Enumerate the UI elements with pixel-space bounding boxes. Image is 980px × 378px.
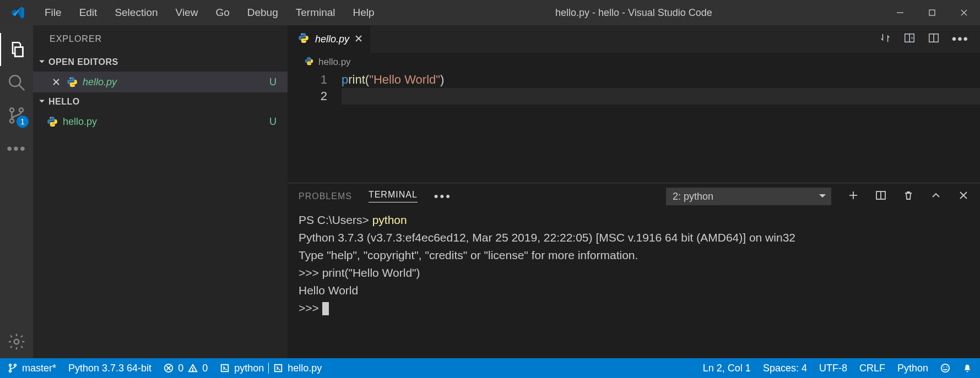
status-bell-icon[interactable] <box>962 363 972 373</box>
menu-terminal[interactable]: Terminal <box>287 0 344 25</box>
status-run[interactable]: python hello.py <box>220 363 322 374</box>
menu-selection[interactable]: Selection <box>106 0 166 25</box>
status-indent[interactable]: Spaces: 4 <box>763 363 807 374</box>
settings-gear-icon[interactable] <box>0 325 33 358</box>
svg-point-17 <box>305 41 306 42</box>
svg-point-32 <box>9 370 12 372</box>
bottom-panel: PROBLEMS TERMINAL ••• 2: python PS C:\Us… <box>288 182 980 358</box>
status-encoding[interactable]: UTF-8 <box>819 363 847 374</box>
folder-section: HELLO hello.py U <box>33 92 288 132</box>
breadcrumb[interactable]: hello.py <box>288 53 980 72</box>
status-problems[interactable]: 0 0 <box>164 363 208 374</box>
split-terminal-icon[interactable] <box>875 190 886 203</box>
tab-filename: hello.py <box>315 34 349 45</box>
status-branch[interactable]: master* <box>8 363 56 374</box>
svg-point-16 <box>301 34 302 35</box>
vscode-logo-icon <box>0 6 36 20</box>
svg-point-12 <box>70 78 71 79</box>
status-cursor[interactable]: Ln 2, Col 1 <box>703 363 751 374</box>
git-status-badge: U <box>269 116 277 128</box>
open-changes-icon[interactable] <box>903 32 916 46</box>
menu-view[interactable]: View <box>167 0 207 25</box>
new-terminal-icon[interactable] <box>848 190 859 203</box>
panel-tab-terminal[interactable]: TERMINAL <box>369 190 418 202</box>
open-editor-filename: hello.py <box>83 76 269 88</box>
svg-point-13 <box>74 85 75 86</box>
menu-file[interactable]: File <box>36 0 71 25</box>
python-file-icon <box>297 32 310 47</box>
menu-bar: File Edit Selection View Go Debug Termin… <box>36 0 383 25</box>
svg-point-7 <box>10 119 14 123</box>
split-editor-icon[interactable] <box>928 32 940 46</box>
code-content[interactable]: print("Hello World") <box>342 72 980 182</box>
activity-bar: 1 ••• <box>0 25 33 358</box>
status-language[interactable]: Python <box>897 363 928 374</box>
explorer-icon[interactable] <box>0 33 33 66</box>
chevron-down-icon <box>39 57 45 67</box>
status-feedback-icon[interactable] <box>940 363 950 373</box>
status-eol[interactable]: CRLF <box>859 363 885 374</box>
title-bar: File Edit Selection View Go Debug Termin… <box>0 0 980 25</box>
maximize-button[interactable] <box>916 0 948 25</box>
svg-point-38 <box>192 370 193 371</box>
folder-header[interactable]: HELLO <box>33 92 288 111</box>
menu-go[interactable]: Go <box>207 0 238 25</box>
folder-label: HELLO <box>48 97 80 107</box>
svg-rect-1 <box>929 10 935 15</box>
source-control-icon[interactable]: 1 <box>0 99 33 132</box>
terminal-select[interactable]: 2: python <box>666 188 831 205</box>
open-editors-section: OPEN EDITORS hello.py U <box>33 53 288 92</box>
editor-actions: ••• <box>879 25 980 53</box>
svg-point-9 <box>14 339 19 344</box>
svg-point-31 <box>9 364 12 366</box>
code-editor[interactable]: 1 2 print("Hello World") <box>288 72 980 182</box>
git-status-badge: U <box>269 76 277 88</box>
svg-point-42 <box>943 366 944 368</box>
open-editors-header[interactable]: OPEN EDITORS <box>33 53 288 72</box>
status-bar: master* Python 3.7.3 64-bit 0 0 python h… <box>0 358 980 378</box>
panel-tab-bar: PROBLEMS TERMINAL ••• 2: python <box>288 183 980 209</box>
tab-close-icon[interactable] <box>355 34 362 45</box>
separator <box>268 363 269 374</box>
status-python-env[interactable]: Python 3.7.3 64-bit <box>68 363 151 374</box>
terminal-dropdown[interactable]: 2: python <box>666 188 831 205</box>
svg-point-43 <box>946 366 947 368</box>
svg-point-14 <box>50 117 51 118</box>
minimize-button[interactable] <box>884 0 916 25</box>
svg-point-22 <box>911 37 913 39</box>
close-icon[interactable] <box>51 79 62 85</box>
close-button[interactable] <box>948 0 980 25</box>
menu-edit[interactable]: Edit <box>71 0 106 25</box>
editor-tab[interactable]: hello.py <box>288 25 370 53</box>
maximize-panel-icon[interactable] <box>930 190 941 203</box>
menu-help[interactable]: Help <box>344 0 383 25</box>
menu-debug[interactable]: Debug <box>239 0 287 25</box>
open-editors-label: OPEN EDITORS <box>48 57 118 67</box>
chevron-down-icon <box>39 97 45 107</box>
svg-point-8 <box>19 108 23 112</box>
open-editor-item[interactable]: hello.py U <box>33 72 288 92</box>
kill-terminal-icon[interactable] <box>903 190 914 203</box>
compare-changes-icon[interactable] <box>879 32 891 46</box>
window-title: hello.py - hello - Visual Studio Code <box>383 7 884 19</box>
svg-point-41 <box>941 364 949 372</box>
svg-point-4 <box>9 75 20 86</box>
search-icon[interactable] <box>0 66 33 99</box>
python-file-icon <box>304 56 314 69</box>
terminal-output[interactable]: PS C:\Users> python Python 3.7.3 (v3.7.3… <box>288 209 980 358</box>
activity-overflow-icon[interactable]: ••• <box>0 132 33 165</box>
svg-point-33 <box>14 364 17 366</box>
editor-area: hello.py ••• hello.py 1 2 print( <box>288 25 980 358</box>
close-panel-icon[interactable] <box>958 190 969 203</box>
line-gutter: 1 2 <box>288 72 342 182</box>
panel-tab-problems[interactable]: PROBLEMS <box>299 191 352 201</box>
panel-overflow-icon[interactable]: ••• <box>434 189 452 204</box>
editor-more-icon[interactable]: ••• <box>952 31 969 47</box>
file-tree-item[interactable]: hello.py U <box>33 111 288 132</box>
svg-point-15 <box>54 125 55 126</box>
terminal-cursor <box>322 302 329 315</box>
file-tree-filename: hello.py <box>63 116 269 128</box>
python-file-icon <box>66 76 78 88</box>
breadcrumb-file: hello.py <box>318 57 351 68</box>
editor-tab-bar: hello.py ••• <box>288 25 980 53</box>
